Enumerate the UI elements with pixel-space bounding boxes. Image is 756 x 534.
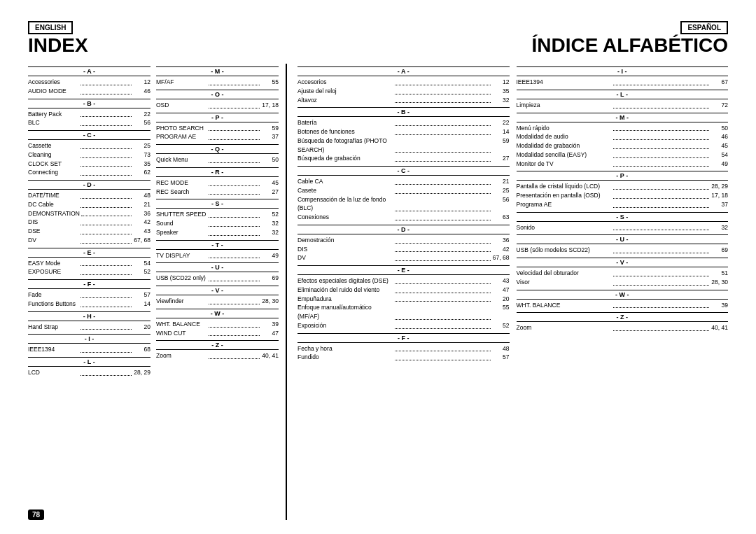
entry-name: LCD — [28, 368, 79, 377]
entry-page: 12 — [492, 78, 510, 87]
entry-name: DV — [298, 253, 393, 262]
index-entry: Hand Strap20 — [28, 323, 150, 332]
entry-name: Enfoque manual/automático (MF/AF) — [298, 303, 393, 321]
index-entry: DIS42 — [298, 245, 510, 254]
entry-page: 32 — [261, 228, 279, 237]
entry-dots — [613, 191, 709, 199]
entry-name: Fundido — [298, 353, 393, 362]
entry-name: Cable CA — [298, 177, 393, 186]
entry-dots — [80, 78, 132, 85]
index-entry: Pantalla de cristal líquido (LCD)28, 29 — [517, 182, 729, 191]
section-header: - F - — [298, 333, 510, 343]
entry-dots — [209, 210, 260, 218]
entry-page: 28, 30 — [261, 297, 279, 306]
entry-dots — [395, 295, 491, 302]
entry-name: CLOCK SET — [28, 160, 79, 169]
entry-page: 21 — [492, 177, 510, 186]
entry-dots — [80, 290, 132, 298]
entry-dots — [80, 218, 132, 225]
entry-dots — [395, 236, 491, 244]
index-entry: DC Cable21 — [28, 200, 150, 209]
entry-page: 59 — [492, 136, 510, 155]
index-entry: Accesorios12 — [298, 78, 510, 87]
section-header: - U - — [156, 262, 279, 272]
entry-page: 63 — [492, 213, 510, 222]
entry-dots — [80, 368, 132, 376]
entry-dots — [395, 136, 491, 153]
entry-dots — [209, 178, 260, 186]
entry-name: EASY Mode — [28, 259, 79, 268]
entry-name: DEMONSTRATION — [28, 209, 80, 218]
entry-dots — [613, 150, 709, 158]
section-header: - L - — [28, 357, 150, 367]
index-entry: Battery Pack22 — [28, 110, 150, 119]
entry-page: 50 — [261, 155, 279, 164]
entry-page: 67, 68 — [492, 253, 510, 262]
entry-page: 40, 41 — [261, 351, 279, 360]
index-entry: Viewfinder28, 30 — [156, 297, 279, 306]
entry-page: 32 — [261, 219, 279, 228]
entry-page: 25 — [492, 186, 510, 195]
index-entry: Búsqueda de grabación27 — [298, 154, 510, 163]
entry-dots — [395, 177, 491, 185]
entry-page: 55 — [492, 303, 510, 321]
entry-page: 36 — [492, 236, 510, 245]
index-entry: Botones de funciones14 — [298, 127, 510, 136]
entry-dots — [395, 87, 491, 94]
entry-name: Empuñadura — [298, 295, 393, 304]
entry-page: 57 — [133, 290, 150, 300]
english-col1: - A -Accessories12AUDIO MODE46- B -Batte… — [28, 64, 150, 377]
entry-dots — [209, 188, 260, 195]
entry-page: 14 — [133, 300, 150, 309]
entry-dots — [80, 150, 132, 158]
entry-page: 27 — [261, 188, 279, 197]
indice-title: ÍNDICE ALFABÉTICO — [531, 34, 728, 57]
entry-page: 17, 18 — [710, 191, 728, 200]
entry-name: Velocidad del obturador — [517, 269, 612, 278]
section-header: - P - — [156, 113, 279, 122]
entry-name: WIND CUT — [156, 329, 207, 338]
index-entry: BLC56 — [28, 118, 150, 127]
entry-page: 12 — [133, 78, 150, 87]
entry-name: SHUTTER SPEED — [156, 210, 207, 219]
index-entry: Casete25 — [298, 186, 510, 195]
entry-page: 47 — [492, 286, 510, 295]
entry-page: 46 — [710, 132, 728, 141]
index-entry: MF/AF55 — [156, 78, 279, 87]
section-header: - M - — [156, 66, 279, 76]
entry-page: 14 — [492, 127, 510, 136]
entry-dots — [209, 124, 260, 132]
section-header: - D - — [298, 225, 510, 234]
index-entry: Functions Buttons14 — [28, 300, 150, 309]
entry-name: Viewfinder — [156, 297, 207, 306]
index-entry: Eliminación del ruido del viento47 — [298, 286, 510, 295]
entry-dots — [613, 323, 709, 331]
entry-name: Functions Buttons — [28, 300, 79, 309]
entry-dots — [395, 195, 491, 212]
entry-name: Eliminación del ruido del viento — [298, 286, 393, 295]
entry-page: 45 — [710, 141, 728, 150]
english-col2: - M -MF/AF55- O -OSD17, 18- P -PHOTO SEA… — [156, 64, 279, 377]
entry-page: 50 — [710, 124, 728, 133]
index-entry: Quick Menu50 — [156, 155, 279, 164]
index-entry: Zoom40, 41 — [517, 323, 729, 332]
entry-page: 28, 29 — [710, 182, 728, 191]
index-entry: Empuñadura20 — [298, 295, 510, 304]
section-header: - W - — [156, 309, 279, 318]
index-entry: Demostración36 — [298, 236, 510, 245]
entry-name: WHT. BALANCE — [156, 320, 207, 329]
entry-dots — [613, 160, 709, 167]
entry-page: 28, 29 — [133, 368, 150, 377]
entry-dots — [395, 303, 491, 320]
entry-page: 32 — [492, 96, 510, 105]
entry-dots — [395, 213, 491, 220]
section-header: - C - — [298, 166, 510, 176]
entry-page: 52 — [492, 321, 510, 330]
entry-page: 37 — [261, 132, 279, 141]
entry-name: DATE/TIME — [28, 191, 79, 200]
entry-dots — [209, 132, 260, 140]
entry-name: Limpieza — [517, 101, 612, 110]
index-entry: Fade57 — [28, 290, 150, 300]
entry-name: Batería — [298, 118, 393, 127]
entry-dots — [209, 251, 260, 259]
